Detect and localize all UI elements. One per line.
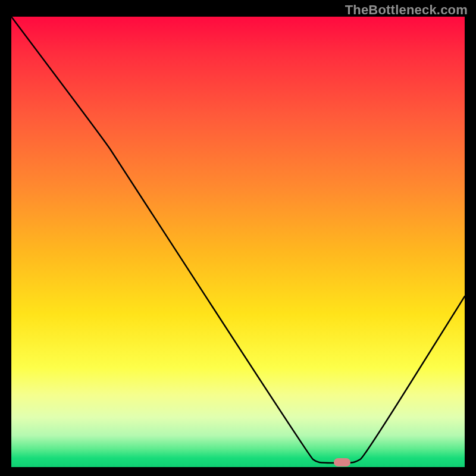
bottleneck-curve-path bbox=[11, 17, 465, 463]
chart-frame: TheBottleneck.com bbox=[0, 0, 476, 476]
bottleneck-curve bbox=[11, 17, 465, 467]
plot-area bbox=[11, 17, 465, 467]
optimal-point-marker bbox=[334, 458, 350, 466]
watermark-text: TheBottleneck.com bbox=[345, 2, 468, 18]
